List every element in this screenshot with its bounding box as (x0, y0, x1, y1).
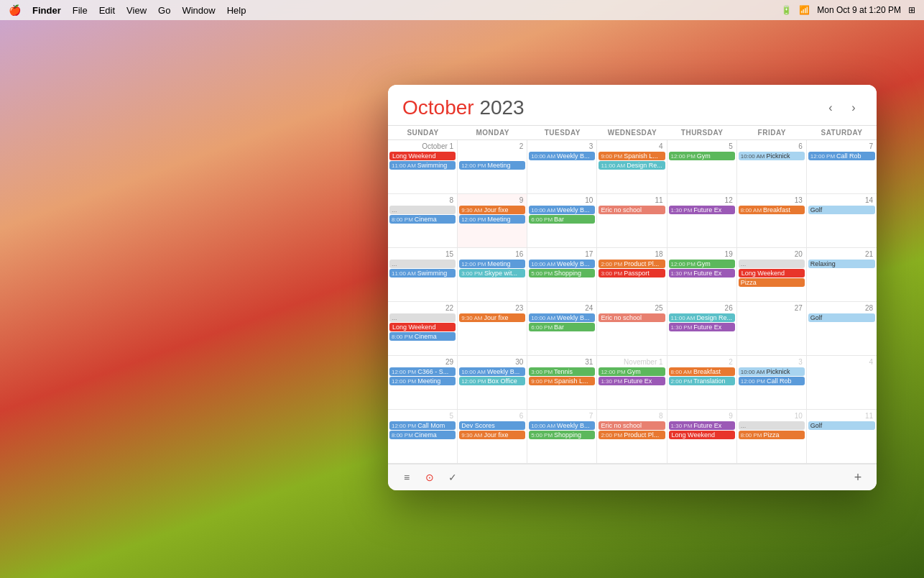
cal-cell-nov2[interactable]: 2 8:00 AM Breakfast 2:00 PM Translation (667, 356, 737, 410)
cal-cell-oct5[interactable]: 5 12:00 PM Gym (667, 140, 737, 194)
cal-cell-oct21[interactable]: 21 Relaxing (807, 248, 877, 302)
cal-cell-oct22[interactable]: 22 ... Long Weekend 8:00 PM Cinema (388, 302, 458, 356)
cal-cell-oct7[interactable]: 7 12:00 PM Call Rob (807, 140, 877, 194)
cal-cell-nov6[interactable]: 6 Dev Scores 9:30 AM Jour fixe (458, 410, 527, 464)
event-callmom-nov5[interactable]: 12:00 PM Call Mom (389, 421, 456, 430)
cal-cell-oct9[interactable]: 9 9:30 AM Jour fixe 12:00 PM Meeting (458, 194, 527, 248)
cal-cell-nov3[interactable]: 3 10:00 AM Picknick 12:00 PM Call Rob (737, 356, 807, 410)
event-breakfast-oct13[interactable]: 8:00 AM Breakfast (739, 206, 805, 214)
event-translation-nov2[interactable]: 2:00 PM Translation (669, 377, 735, 385)
event-gym-oct5[interactable]: 12:00 PM Gym (669, 152, 735, 160)
event-future-nov1[interactable]: 1:30 PM Future Ex (599, 377, 665, 385)
add-event-button[interactable]: + (851, 470, 865, 485)
check-icon[interactable]: ✓ (445, 470, 460, 485)
menu-edit[interactable]: Edit (99, 5, 115, 16)
cal-cell-nov7[interactable]: 7 10:00 AM Weekly B... 5:00 PM Shopping (527, 410, 597, 464)
cal-cell-nov10[interactable]: 10 ... 8:00 PM Pizza (737, 410, 807, 464)
event-golf-oct28[interactable]: Golf (808, 313, 875, 322)
event-long-weekend-nov9[interactable]: Long Weekend (669, 431, 735, 439)
event-shopping-oct17[interactable]: 5:00 PM Shopping (529, 269, 595, 277)
event-meeting-oct9[interactable]: 12:00 PM Meeting (459, 215, 525, 224)
event-callrob-oct7[interactable]: 12:00 PM Call Rob (808, 152, 875, 160)
event-bar-oct24[interactable]: 6:00 PM Bar (529, 323, 595, 331)
event-meeting-oct2[interactable]: 12:00 PM Meeting (459, 161, 525, 170)
list-view-icon[interactable]: ≡ (399, 470, 414, 485)
cal-cell-oct12[interactable]: 12 1:30 PM Future Ex (667, 194, 737, 248)
cal-cell-oct26[interactable]: 26 11:00 AM Design Re... 1:30 PM Future … (667, 302, 737, 356)
event-spanish-oct31[interactable]: 9:00 PM Spanish L... (529, 377, 595, 385)
menu-file[interactable]: File (73, 5, 88, 16)
cal-cell-nov8[interactable]: 8 Eric no school 2:00 PM Product Pl... (597, 410, 667, 464)
event-cinema-oct22[interactable]: 8:00 PM Cinema (389, 332, 456, 341)
menu-help[interactable]: Help (227, 5, 246, 16)
cal-cell-oct6[interactable]: 6 10:00 AM Picknick (737, 140, 807, 194)
event-weekly-oct3[interactable]: 10:00 AM Weekly B... (529, 152, 595, 160)
event-weekly-oct10[interactable]: 10:00 AM Weekly B... (529, 206, 595, 214)
cal-cell-oct30[interactable]: 30 10:00 AM Weekly B... 12:00 PM Box Off… (458, 356, 527, 410)
event-devscores-nov6[interactable]: Dev Scores (459, 421, 525, 430)
menu-finder[interactable]: Finder (32, 5, 61, 16)
cal-cell-oct19[interactable]: 19 12:00 PM Gym 1:30 PM Future Ex (667, 248, 737, 302)
event-weekly-oct24[interactable]: 10:00 AM Weekly B... (529, 313, 595, 322)
event-future-nov9[interactable]: 1:30 PM Future Ex (669, 421, 735, 430)
cal-cell-oct8[interactable]: 8 ... 8:00 PM Cinema (388, 194, 458, 248)
cal-cell-nov4[interactable]: 4 (807, 356, 877, 410)
event-weekly-oct30[interactable]: 10:00 AM Weekly B... (459, 367, 525, 376)
event-design-oct4[interactable]: 11:00 AM Design Re... (599, 161, 665, 170)
control-center-icon[interactable]: ⊞ (908, 5, 915, 15)
event-design-oct26[interactable]: 11:00 AM Design Re... (669, 313, 735, 322)
event-cinema-nov5[interactable]: 8:00 PM Cinema (389, 431, 456, 439)
next-month-button[interactable]: › (845, 99, 862, 116)
cal-cell-oct16[interactable]: 16 12:00 PM Meeting 3:00 PM Skype wit... (458, 248, 527, 302)
event-boxoffice-oct30[interactable]: 12:00 PM Box Office (459, 377, 525, 385)
cal-cell-nov9[interactable]: 9 1:30 PM Future Ex Long Weekend (667, 410, 737, 464)
cal-cell-oct18[interactable]: 18 2:00 PM Product Pl... 3:00 PM Passpor… (597, 248, 667, 302)
event-c366-oct29[interactable]: 12:00 PM C366 - S... (389, 367, 456, 376)
event-long-weekend-oct22[interactable]: Long Weekend (389, 323, 456, 331)
event-shopping-nov7[interactable]: 5:00 PM Shopping (529, 431, 595, 439)
cal-cell-oct11[interactable]: 11 Eric no school (597, 194, 667, 248)
cal-cell-oct31[interactable]: 31 3:00 PM Tennis 9:00 PM Spanish L... (527, 356, 597, 410)
circle-view-icon[interactable]: ⊙ (422, 470, 437, 485)
event-golf-nov11[interactable]: Golf (808, 421, 875, 430)
event-future-oct26[interactable]: 1:30 PM Future Ex (669, 323, 735, 331)
event-long-weekend-oct20[interactable]: Long Weekend (739, 269, 805, 277)
event-golf-oct14[interactable]: Golf (808, 206, 875, 214)
event-eric-oct11[interactable]: Eric no school (599, 206, 665, 214)
event-weekly-nov7[interactable]: 10:00 AM Weekly B... (529, 421, 595, 430)
event-swimming-oct1[interactable]: 11:00 AM Swimming (389, 161, 456, 170)
menu-go[interactable]: Go (158, 5, 170, 16)
apple-logo-icon[interactable]: 🍎 (9, 4, 21, 16)
event-weekly-oct17[interactable]: 10:00 AM Weekly B... (529, 260, 595, 268)
event-bar-oct10[interactable]: 6:00 PM Bar (529, 215, 595, 224)
cal-cell-oct29[interactable]: 29 12:00 PM C366 - S... 12:00 PM Meeting (388, 356, 458, 410)
cal-cell-oct10[interactable]: 10 10:00 AM Weekly B... 6:00 PM Bar (527, 194, 597, 248)
event-eric-oct25[interactable]: Eric no school (599, 313, 665, 322)
cal-cell-oct13[interactable]: 13 8:00 AM Breakfast (737, 194, 807, 248)
event-pizza-nov10[interactable]: 8:00 PM Pizza (739, 431, 805, 439)
cal-cell-oct17[interactable]: 17 10:00 AM Weekly B... 5:00 PM Shopping (527, 248, 597, 302)
event-future-oct12[interactable]: 1:30 PM Future Ex (669, 206, 735, 214)
event-jourfixe-oct23[interactable]: 9:30 AM Jour fixe (459, 313, 525, 322)
cal-cell-nov11[interactable]: 11 Golf (807, 410, 877, 464)
event-product-oct18[interactable]: 2:00 PM Product Pl... (599, 260, 665, 268)
event-cinema-oct8[interactable]: 8:00 PM Cinema (389, 215, 456, 224)
cal-cell-oct23[interactable]: 23 9:30 AM Jour fixe (458, 302, 527, 356)
cal-cell-oct15[interactable]: 15 ... 11:00 AM Swimming (388, 248, 458, 302)
event-tennis-oct31[interactable]: 3:00 PM Tennis (529, 367, 595, 376)
cal-cell-oct20[interactable]: 20 ... Long Weekend Pizza (737, 248, 807, 302)
event-meeting-oct16[interactable]: 12:00 PM Meeting (459, 260, 525, 268)
cal-cell-oct4[interactable]: 4 9:00 PM Spanish L... 11:00 AM Design R… (597, 140, 667, 194)
cal-cell-nov5[interactable]: 5 12:00 PM Call Mom 8:00 PM Cinema (388, 410, 458, 464)
event-product-nov8[interactable]: 2:00 PM Product Pl... (599, 431, 665, 439)
event-future-oct19[interactable]: 1:30 PM Future Ex (669, 269, 735, 277)
cal-cell-oct1[interactable]: October 1 Long Weekend 11:00 AM Swimming (388, 140, 458, 194)
event-skype-oct16[interactable]: 3:00 PM Skype wit... (459, 269, 525, 277)
event-jourfixe-nov6[interactable]: 9:30 AM Jour fixe (459, 431, 525, 439)
event-eric-nov8[interactable]: Eric no school (599, 421, 665, 430)
event-gym-oct19[interactable]: 12:00 PM Gym (669, 260, 735, 268)
event-callrob-nov3[interactable]: 12:00 PM Call Rob (739, 377, 805, 385)
menu-window[interactable]: Window (182, 5, 215, 16)
event-pizza-oct20[interactable]: Pizza (739, 278, 805, 287)
event-picknick-oct6[interactable]: 10:00 AM Picknick (739, 152, 805, 160)
